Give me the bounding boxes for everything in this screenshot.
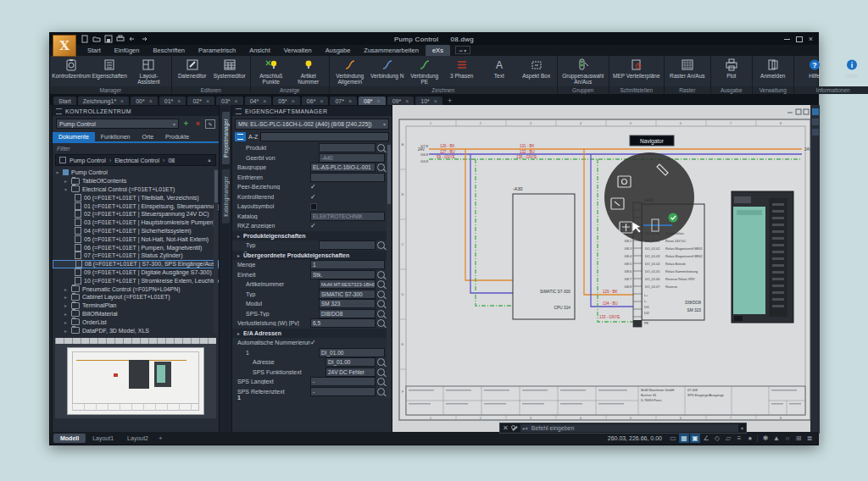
tree-item[interactable]: 01 (=F01ET+L01ET | Einspeisung, Steuersp… [53, 202, 219, 210]
checkbox-icon[interactable] [310, 203, 317, 210]
tree-item[interactable]: 06 (=F01ET+L01ET | Pumpen, Magnetventil) [53, 243, 219, 252]
property-section[interactable]: ▸Produkteigenschaften [232, 231, 392, 241]
navbar-icon[interactable] [812, 129, 819, 135]
ortho-mode-icon[interactable]: ∠ [701, 434, 711, 443]
tree-item[interactable]: 05 (=F01ET+L01ET | Not-Halt, Not-Halt Ex… [53, 235, 219, 243]
tab-zusammenarbeiten[interactable]: Zusammenarbeiten [357, 45, 426, 56]
property-row[interactable]: EinheitStk. [232, 270, 392, 280]
search-icon[interactable] [377, 144, 385, 152]
isodraft-icon[interactable]: ▱ [723, 434, 733, 443]
tree-item[interactable]: ▾Pump Control [53, 169, 219, 177]
tree-item-selected[interactable]: 08 (=F01ET+L01ET | S7-300, SPS Eingänge/… [53, 260, 219, 268]
tree-item[interactable]: ▸TableOfContents [53, 177, 219, 185]
hilfe-button[interactable]: ?Hilfe [796, 57, 833, 86]
search-icon[interactable] [377, 280, 385, 288]
doc-tab[interactable]: 00*× [131, 97, 158, 105]
grid-display-icon[interactable]: ▦ [679, 434, 689, 443]
new-file-icon[interactable] [81, 35, 89, 43]
checkmark-icon[interactable] [310, 183, 316, 191]
tree-item[interactable]: 09 (=F01ET+L01ET | Digitale Ausgänge S7-… [53, 268, 219, 277]
doc-tab[interactable]: Zeichnung1*× [78, 97, 129, 105]
doc-tab[interactable]: 01*× [159, 97, 186, 105]
property-row[interactable]: AdresseDI_01.00 [232, 357, 392, 368]
polar-tracking-icon[interactable]: ◇ [712, 434, 722, 443]
search-icon[interactable] [377, 368, 385, 376]
tab-parametrisch[interactable]: Parametrisch [192, 45, 242, 56]
open-file-icon[interactable] [92, 35, 101, 43]
drawing-canvas[interactable]: 12345678 12345678 ABCDEF 24V 24V /07.8/0… [392, 105, 820, 434]
property-section[interactable]: ▸E/A Adressen [232, 329, 392, 339]
az-sort-label[interactable]: A-Z [248, 134, 258, 140]
new-tab-button[interactable]: + [444, 97, 455, 105]
save-icon[interactable] [104, 35, 113, 43]
eigenschaften-button[interactable]: Eigenschaften [91, 57, 128, 86]
property-filter-input[interactable] [260, 132, 389, 141]
tree-item[interactable]: 07 (=F01ET+L01ET | Status Zylinder) [53, 252, 219, 260]
category-view-icon[interactable] [235, 132, 246, 141]
search-icon[interactable] [377, 290, 385, 298]
property-row[interactable]: BaugruppeEL-AS-PLC-16IO-L-001 [232, 163, 392, 173]
add-project-button[interactable]: + [181, 119, 191, 129]
customization-menu-icon[interactable]: ≣ [804, 434, 815, 443]
tree-item[interactable]: ▸Pneumatic Control (=F01PN+L04PN) [53, 285, 219, 293]
breadcrumb-checkbox[interactable] [59, 157, 66, 163]
layout-assistent-button[interactable]: Layout-Assistent [128, 57, 170, 86]
tab-beschriften[interactable]: Beschriften [146, 45, 192, 56]
close-tab-icon[interactable]: × [292, 98, 295, 104]
customize-icon[interactable] [511, 425, 518, 432]
aspekt-box-button[interactable]: Aspekt Box [518, 57, 555, 86]
artikel-nummer-button[interactable]: Artikel Nummer [290, 57, 327, 86]
tree-item[interactable]: 02 (=F01ET+L01ET | Steuerspannung 24V DC… [53, 210, 219, 218]
tree-item[interactable]: 10 (=F01ET+L01ET | Stromkreise Extern, L… [53, 276, 219, 285]
search-icon[interactable] [377, 241, 385, 249]
tab-exs[interactable]: eXs [426, 45, 450, 56]
property-row[interactable]: SPS Langtext- [232, 377, 392, 387]
annotation-scale-icon[interactable]: ▲ [771, 434, 782, 443]
search-icon[interactable] [377, 319, 385, 327]
snap-mode-icon[interactable]: ▣ [690, 434, 700, 443]
property-row[interactable]: Automatische Nummerierung [232, 338, 392, 348]
close-tab-icon[interactable]: × [206, 98, 209, 104]
breadcrumb-item[interactable]: Pump Control [70, 158, 106, 163]
close-tab-icon[interactable]: × [235, 98, 238, 104]
checkmark-icon[interactable] [310, 339, 316, 346]
radial-navigator-menu[interactable] [604, 152, 694, 242]
plot-icon[interactable] [116, 35, 125, 43]
redo-icon[interactable] [140, 35, 148, 43]
navbar-icon[interactable] [812, 108, 819, 115]
drei-phasen-button[interactable]: 3 Phasen [443, 57, 481, 86]
plot-button[interactable]: Plot [713, 57, 750, 86]
tab-katalogmanager[interactable]: Katalogmanager [222, 169, 230, 224]
tab-funktionen[interactable]: Funktionen [95, 132, 136, 141]
tab-modell[interactable]: Modell [53, 434, 86, 443]
tree-item[interactable]: ▸Cabinet Layout (=F01ET+L01ET) [53, 293, 219, 301]
tab-start[interactable]: Start [81, 45, 108, 56]
tree-item[interactable]: ▸OrderList [53, 318, 219, 326]
raster-button[interactable]: Raster An/Aus [666, 57, 709, 86]
undo-icon[interactable] [128, 35, 136, 43]
clean-screen-icon[interactable]: ⊞ [793, 434, 804, 443]
property-row[interactable]: SPS Referenztext- [232, 387, 392, 397]
tab-layout2[interactable]: Layout2 [120, 434, 155, 443]
search-icon[interactable] [377, 163, 385, 171]
tree-item[interactable]: 00 (=F01ET+L01ET | Titelblatt, Verzeichn… [53, 193, 219, 202]
property-row[interactable]: Verlustleistung (W) [Pv]6,5 [232, 318, 392, 329]
navbar-icon[interactable] [812, 119, 819, 125]
doc-tab[interactable]: 10*× [415, 97, 442, 105]
tab-ausgabe[interactable]: Ausgabe [319, 45, 358, 56]
property-row[interactable]: Menge1 [232, 260, 392, 270]
doc-tab[interactable]: 05*× [273, 97, 300, 105]
isolate-objects-icon[interactable]: ○ [782, 434, 793, 443]
property-row[interactable]: ModulSM 323 [232, 299, 392, 309]
tree-item[interactable]: ▸BillOfMaterial [53, 310, 219, 318]
close-command-icon[interactable]: ✕ [503, 424, 509, 432]
model-space-icon[interactable]: ▭ [668, 434, 678, 443]
command-input[interactable]: ▸▾Befehl eingeben [520, 424, 738, 432]
property-row[interactable]: Geerbt von-A40 [232, 153, 392, 163]
property-row[interactable]: KatalogELEKTROTECHNIK [232, 212, 392, 222]
property-row[interactable]: SPS Funktionstext24V DC Fehler [232, 368, 392, 378]
doc-tab[interactable]: 03*× [216, 97, 243, 105]
ribbon-options-button[interactable]: ▪▪ ▾ [455, 46, 470, 54]
anmelden-button[interactable]: Anmelden [754, 57, 792, 86]
project-selector[interactable]: Pump Control▾ [56, 119, 179, 129]
